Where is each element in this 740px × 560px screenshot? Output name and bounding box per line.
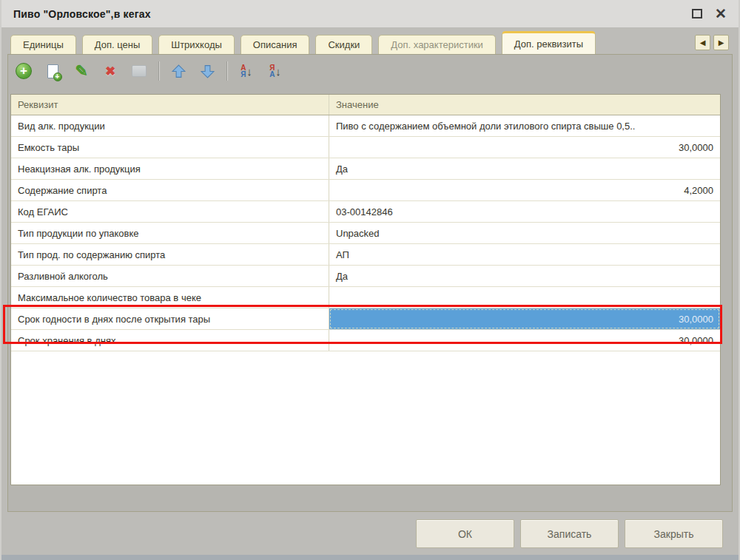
sort-ascending-button[interactable]: А Я ↓: [237, 61, 256, 81]
move-up-icon: [171, 64, 186, 79]
value-cell[interactable]: Да: [329, 266, 720, 286]
requisites-table: Реквизит Значение Вид алк. продукции Пив…: [10, 94, 721, 485]
column-header-value[interactable]: Значение: [329, 95, 720, 115]
close-dialog-button[interactable]: Закрыть: [625, 519, 723, 548]
add-by-copy-button[interactable]: +: [43, 61, 62, 81]
add-button[interactable]: +: [14, 61, 33, 81]
edit-button[interactable]: ✎: [72, 61, 91, 81]
maximize-icon: [692, 9, 702, 18]
sort-descending-button[interactable]: Я А ↓: [266, 61, 285, 81]
sort-az-icon: А Я: [240, 64, 246, 78]
attr-cell[interactable]: Срок хранения в днях: [11, 330, 329, 351]
window-title: Пиво "Орловское",в кегах: [13, 8, 682, 20]
table-row-selected[interactable]: Срок годности в днях после открытия тары…: [11, 308, 720, 330]
table-row[interactable]: Код ЕГАИС 03-00142846: [11, 201, 720, 223]
toolbar-separator: [226, 61, 227, 81]
attr-cell[interactable]: Максимальное количество товара в чеке: [11, 287, 329, 308]
value-cell[interactable]: Да: [329, 158, 720, 179]
attr-cell[interactable]: Разливной алкоголь: [11, 266, 329, 286]
move-down-icon: [200, 64, 215, 79]
value-cell[interactable]: 30,0000: [329, 330, 720, 351]
table-row[interactable]: Неакцизная алк. продукция Да: [11, 158, 720, 180]
tab-scroll-controls: ◀ ▶: [695, 35, 729, 50]
attr-cell[interactable]: Тип прод. по содержанию спирта: [11, 244, 329, 265]
value-cell[interactable]: [329, 287, 720, 308]
delete-icon: ✖: [105, 64, 115, 79]
tab-extra-requisites[interactable]: Доп. реквизиты: [502, 31, 596, 54]
tab-discounts[interactable]: Скидки: [315, 35, 372, 54]
dialog-content: Единицы Доп. цены Штрихкоды Описания Ски…: [1, 27, 739, 560]
attr-cell[interactable]: Код ЕГАИС: [11, 201, 329, 222]
attr-cell[interactable]: Неакцизная алк. продукция: [11, 158, 329, 179]
tab-units[interactable]: Единицы: [10, 35, 76, 54]
tab-extra-prices[interactable]: Доп. цены: [82, 35, 153, 54]
table-row[interactable]: Тип прод. по содержанию спирта АП: [11, 244, 720, 266]
table-row[interactable]: Вид алк. продукции Пиво с содержанием об…: [11, 115, 720, 137]
tab-bar: Единицы Доп. цены Штрихкоды Описания Ски…: [10, 31, 596, 54]
fill-button-disabled[interactable]: [130, 61, 149, 81]
chevron-left-icon: ◀: [700, 38, 706, 47]
table-header-row: Реквизит Значение: [11, 95, 720, 115]
value-cell[interactable]: 03-00142846: [329, 201, 720, 222]
arrow-down-icon: ↓: [275, 65, 281, 78]
title-bar: Пиво "Орловское",в кегах ✕: [1, 0, 739, 27]
value-cell[interactable]: 4,2000: [329, 180, 720, 200]
ok-button[interactable]: ОК: [416, 519, 514, 548]
footer-buttons: ОК Записать Закрыть: [416, 519, 723, 548]
value-cell[interactable]: Пиво с содержанием объемной доли этилово…: [329, 115, 720, 136]
table-row[interactable]: Максимальное количество товара в чеке: [11, 287, 720, 308]
tab-page-extra-requisites: + + ✎ ✖: [7, 54, 733, 512]
column-header-requisite[interactable]: Реквизит: [11, 95, 329, 115]
copy-icon: +: [47, 64, 58, 78]
plus-icon: +: [53, 72, 62, 81]
tab-scroll-left-button[interactable]: ◀: [695, 35, 710, 50]
attr-cell[interactable]: Тип продукции по упаковке: [11, 223, 329, 243]
attr-cell[interactable]: Емкость тары: [11, 137, 329, 158]
table-row[interactable]: Срок хранения в днях 30,0000: [11, 330, 720, 351]
edit-icon: ✎: [75, 62, 88, 80]
close-button[interactable]: ✕: [712, 5, 730, 23]
tab-scroll-right-button[interactable]: ▶: [713, 35, 729, 50]
maximize-button[interactable]: [688, 5, 706, 23]
add-icon: +: [16, 63, 32, 79]
toolbar-separator: [158, 61, 159, 81]
close-icon: ✕: [715, 7, 727, 21]
toolbar: + + ✎ ✖: [8, 55, 732, 92]
dialog-window: Пиво "Орловское",в кегах ✕ Единицы Доп. …: [0, 0, 740, 560]
tab-extra-characteristics[interactable]: Доп. характеристики: [378, 35, 496, 54]
value-cell[interactable]: 30,0000: [329, 137, 720, 158]
tab-barcodes[interactable]: Штрихкоды: [158, 35, 235, 54]
sort-za-icon: Я А: [269, 64, 275, 78]
move-up-button[interactable]: [169, 61, 188, 81]
table-row[interactable]: Тип продукции по упаковке Unpacked: [11, 223, 720, 244]
value-cell[interactable]: АП: [329, 244, 720, 265]
attr-cell[interactable]: Срок годности в днях после открытия тары: [11, 308, 329, 329]
move-down-button[interactable]: [198, 61, 217, 81]
table-row[interactable]: Разливной алкоголь Да: [11, 266, 720, 287]
delete-button[interactable]: ✖: [101, 61, 120, 81]
write-button[interactable]: Записать: [520, 519, 619, 548]
table-row[interactable]: Емкость тары 30,0000: [11, 137, 720, 158]
table-row[interactable]: Содержание спирта 4,2000: [11, 180, 720, 201]
attr-cell[interactable]: Содержание спирта: [11, 180, 329, 200]
attr-cell[interactable]: Вид алк. продукции: [11, 115, 329, 136]
tab-descriptions[interactable]: Описания: [240, 35, 310, 54]
value-cell-selected[interactable]: 30,0000: [329, 308, 720, 329]
arrow-down-icon: ↓: [246, 65, 252, 78]
fill-icon: [132, 65, 147, 77]
window-bottom-edge: [1, 555, 739, 560]
chevron-right-icon: ▶: [719, 38, 724, 47]
value-cell[interactable]: Unpacked: [329, 223, 720, 243]
